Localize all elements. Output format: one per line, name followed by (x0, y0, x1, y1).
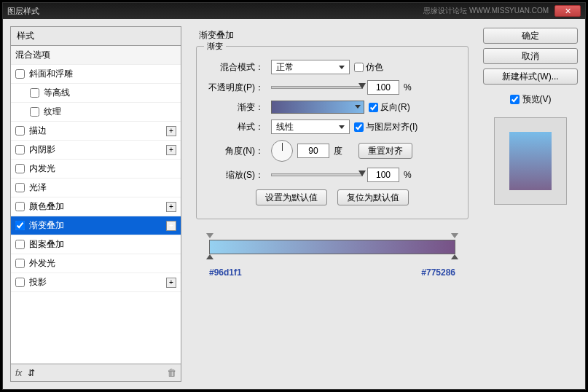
style-row-2[interactable]: 纹理 (11, 103, 181, 122)
style-row-11[interactable]: 投影+ (11, 273, 181, 292)
opacity-label: 不透明度(P)： (207, 82, 264, 94)
styles-list: 混合选项 斜面和浮雕等高线纹理描边+内阴影+内发光光泽颜色叠加+渐变叠加+图案叠… (10, 45, 181, 364)
angle-label: 角度(N)： (207, 145, 264, 157)
blending-options-row[interactable]: 混合选项 (11, 46, 181, 65)
styles-panel: 样式 混合选项 斜面和浮雕等高线纹理描边+内阴影+内发光光泽颜色叠加+渐变叠加+… (10, 26, 181, 382)
window-title: 图层样式 (7, 6, 423, 17)
reset-default-button[interactable]: 复位为默认值 (337, 189, 409, 205)
add-effect-button[interactable]: + (166, 145, 176, 155)
add-effect-button[interactable]: + (166, 202, 176, 212)
arrow-up-down-icon[interactable]: ⇵ (28, 368, 35, 378)
add-effect-button[interactable]: + (166, 126, 176, 136)
style-label: 投影 (29, 276, 47, 289)
style-checkbox[interactable] (15, 126, 25, 136)
style-label: 颜色叠加 (29, 200, 64, 213)
style-checkbox[interactable] (15, 202, 25, 211)
fx-icon[interactable]: fx (15, 368, 22, 378)
style-checkbox[interactable] (15, 259, 25, 268)
opacity-stop-right[interactable] (451, 233, 458, 240)
style-row-9[interactable]: 图案叠加 (11, 235, 181, 254)
style-row-8[interactable]: 渐变叠加+ (11, 216, 181, 235)
style-checkbox[interactable] (15, 278, 25, 287)
options-panel: 渐变叠加 渐变 混合模式： 正常 仿色 不透明度(P)： 100 % 渐变： (189, 26, 476, 382)
style-label: 外发光 (29, 257, 55, 270)
blend-mode-label: 混合模式： (207, 61, 264, 74)
style-checkbox[interactable] (15, 240, 25, 249)
style-label: 内阴影 (29, 144, 55, 156)
style-select[interactable]: 线性 (271, 119, 350, 134)
opacity-stop-left[interactable] (206, 233, 213, 240)
style-checkbox[interactable] (30, 107, 39, 117)
fieldset-legend: 渐变 (204, 41, 226, 52)
style-label: 渐变叠加 (29, 219, 64, 232)
trash-icon[interactable]: 🗑 (167, 367, 176, 378)
style-checkbox[interactable] (30, 88, 39, 98)
style-label: 内发光 (29, 162, 55, 175)
angle-dial[interactable] (271, 140, 293, 162)
color-left-label: #96d1f1 (209, 267, 242, 278)
style-checkbox[interactable] (15, 145, 25, 154)
style-row-1[interactable]: 等高线 (11, 84, 181, 103)
reverse-checkbox[interactable]: 反向(R) (369, 101, 410, 114)
reset-align-button[interactable]: 重置对齐 (358, 143, 412, 159)
style-label: 图案叠加 (29, 238, 64, 251)
style-row-10[interactable]: 外发光 (11, 254, 181, 273)
scale-slider[interactable] (271, 173, 363, 176)
style-label: 描边 (29, 125, 47, 137)
opacity-input[interactable]: 100 (367, 80, 399, 95)
action-panel: 确定 取消 新建样式(W)... 预览(V) (483, 26, 578, 382)
titlebar: 图层样式 思缘设计论坛 WWW.MISSYUAN.COM ✕ (3, 3, 585, 19)
opacity-slider[interactable] (271, 86, 363, 89)
style-row-4[interactable]: 内阴影+ (11, 141, 181, 160)
style-checkbox[interactable] (15, 221, 25, 230)
style-row-3[interactable]: 描边+ (11, 122, 181, 141)
blend-mode-select[interactable]: 正常 (271, 60, 350, 74)
dither-checkbox[interactable]: 仿色 (354, 61, 383, 74)
style-row-0[interactable]: 斜面和浮雕 (11, 65, 181, 84)
preview-swatch (509, 132, 552, 190)
add-effect-button[interactable]: + (166, 278, 176, 288)
cancel-button[interactable]: 取消 (483, 48, 578, 64)
style-label: 光泽 (29, 181, 47, 194)
blending-options-label: 混合选项 (15, 49, 50, 61)
gradient-label: 渐变： (207, 101, 264, 114)
style-label: 样式： (207, 121, 264, 133)
preview-box (494, 117, 567, 205)
add-effect-button[interactable]: + (166, 221, 176, 231)
gradient-bar[interactable] (209, 240, 455, 254)
watermark: 思缘设计论坛 WWW.MISSYUAN.COM (423, 6, 549, 16)
gradient-editor[interactable] (209, 240, 455, 254)
color-stop-left[interactable] (206, 254, 213, 262)
align-checkbox[interactable]: 与图层对齐(I) (354, 121, 418, 133)
gradient-picker[interactable] (271, 101, 364, 114)
style-row-6[interactable]: 光泽 (11, 179, 181, 197)
style-checkbox[interactable] (15, 164, 25, 173)
make-default-button[interactable]: 设置为默认值 (256, 189, 327, 205)
style-label: 斜面和浮雕 (29, 68, 73, 80)
style-row-5[interactable]: 内发光 (11, 160, 181, 179)
ok-button[interactable]: 确定 (483, 28, 578, 44)
angle-input[interactable]: 90 (297, 144, 329, 158)
gradient-fieldset: 渐变 混合模式： 正常 仿色 不透明度(P)： 100 % 渐变： 反向(R) (196, 46, 469, 219)
close-button[interactable]: ✕ (554, 5, 581, 17)
styles-footer: fx ⇵ 🗑 (10, 364, 181, 382)
new-style-button[interactable]: 新建样式(W)... (483, 68, 578, 85)
color-stop-right[interactable] (451, 254, 458, 262)
styles-header: 样式 (10, 26, 181, 45)
preview-checkbox[interactable]: 预览(V) (483, 93, 578, 106)
layer-style-dialog: 图层样式 思缘设计论坛 WWW.MISSYUAN.COM ✕ 样式 混合选项 斜… (2, 2, 586, 390)
style-checkbox[interactable] (15, 183, 25, 192)
style-checkbox[interactable] (15, 69, 25, 79)
scale-input[interactable]: 100 (367, 168, 399, 182)
color-right-label: #775286 (421, 267, 455, 278)
style-label: 等高线 (44, 87, 70, 99)
section-title: 渐变叠加 (196, 29, 469, 42)
style-label: 纹理 (44, 106, 61, 118)
scale-label: 缩放(S)： (207, 169, 264, 181)
style-row-7[interactable]: 颜色叠加+ (11, 197, 181, 216)
